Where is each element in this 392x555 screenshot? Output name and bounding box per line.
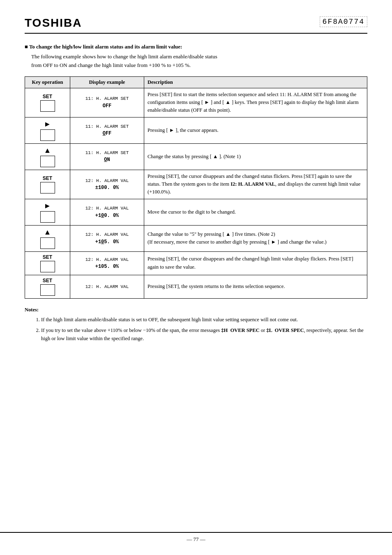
display-example-cell: 11: H. ALARM SETON (70, 143, 144, 170)
header-description: Description (144, 76, 367, 88)
display-example-cell: 11: H. ALARM SETOFF (70, 88, 144, 117)
description-cell: Change the status by pressing [ ▲ ]. (No… (144, 143, 367, 170)
intro-section: To change the high/low limit alarm statu… (25, 44, 367, 70)
display-box: 12: H. ALARM VAL (74, 283, 141, 290)
display-line2: ON (74, 156, 141, 164)
description-cell: Pressing [SET], the system returns to th… (144, 275, 367, 298)
table-row: SET12: H. ALARM VAL+105. 0%Pressing [SET… (25, 251, 367, 275)
page-header: TOSHIBA 6F8A0774 (25, 16, 367, 34)
key-operation-cell: SET (25, 170, 70, 199)
table-row: ►12: H. ALARM VAL+100. 0%Move the cursor… (25, 199, 367, 225)
key-button: ► (28, 202, 67, 223)
instruction-table: Key operation Display example Descriptio… (25, 76, 367, 299)
key-operation-cell: SET (25, 88, 70, 117)
table-row: SET11: H. ALARM SETOFFPress [SET] first … (25, 88, 367, 117)
key-label: ▲ (44, 228, 51, 237)
display-box: 11: H. ALARM SETOFF (74, 95, 141, 110)
display-line1: 11: H. ALARM SET (74, 150, 141, 157)
key-box (40, 129, 55, 141)
key-box (40, 156, 55, 167)
note-item-1: If the high limit alarm enable/disable s… (41, 315, 367, 324)
document-number: 6F8A0774 (320, 16, 367, 27)
display-line2: ±100. 0% (74, 184, 141, 191)
intro-title: To change the high/low limit alarm statu… (25, 44, 367, 50)
display-line1: 12: H. ALARM VAL (74, 205, 141, 212)
display-box: 12: H. ALARM VAL+105. 0% (74, 256, 141, 271)
key-operation-cell: ▲ (25, 143, 70, 170)
intro-body: The following example shows how to chang… (31, 53, 367, 70)
key-button: ▲ (28, 146, 67, 167)
note-item-2: If you try to set the value above +110% … (41, 326, 367, 343)
description-cell: Pressing [ ► ], the cursor appears. (144, 117, 367, 143)
page-number: — 77 — (187, 536, 205, 542)
key-box (40, 237, 55, 249)
display-line1: 11: H. ALARM SET (74, 95, 141, 102)
description-cell: Press [SET] first to start the items sel… (144, 88, 367, 117)
display-example-cell: 12: H. ALARM VAL±100. 0% (70, 170, 144, 199)
key-button: SET (28, 94, 67, 112)
display-example-cell: 12: H. ALARM VAL+105. 0% (70, 251, 144, 275)
display-example-cell: 12: H. ALARM VAL+100. 0% (70, 199, 144, 225)
description-cell: Change the value to "5" by pressing [ ▲ … (144, 225, 367, 251)
notes-list: If the high limit alarm enable/disable s… (41, 315, 367, 343)
key-button: ► (28, 120, 67, 141)
key-box (40, 100, 55, 112)
display-line1: 12: H. ALARM VAL (74, 256, 141, 263)
table-row: ►11: H. ALARM SETOFFPressing [ ► ], the … (25, 117, 367, 143)
display-example-cell: 11: H. ALARM SETOFF (70, 117, 144, 143)
key-operation-cell: ► (25, 199, 70, 225)
key-button: ▲ (28, 228, 67, 249)
header-key-operation: Key operation (25, 76, 70, 88)
notes-title: Notes: (25, 307, 367, 313)
display-example-cell: 12: H. ALARM VAL+105. 0% (70, 225, 144, 251)
company-logo: TOSHIBA (25, 16, 82, 30)
key-label: ▲ (44, 146, 51, 155)
display-box: 12: H. ALARM VAL±100. 0% (74, 177, 141, 192)
key-label: ► (44, 202, 51, 210)
header-display-example: Display example (70, 76, 144, 88)
key-label: SET (43, 94, 52, 99)
display-line2: +100. 0% (74, 212, 141, 219)
display-box: 11: H. ALARM SETOFF (74, 123, 141, 138)
display-box: 12: H. ALARM VAL+105. 0% (74, 231, 141, 246)
key-operation-cell: SET (25, 275, 70, 298)
display-line2: +105. 0% (74, 263, 141, 270)
page-footer: — 77 — (0, 532, 392, 543)
display-line1: 12: H. ALARM VAL (74, 231, 141, 238)
display-example-cell: 12: H. ALARM VAL (70, 275, 144, 298)
display-line2: OFF (74, 130, 141, 137)
display-box: 12: H. ALARM VAL+100. 0% (74, 205, 141, 219)
key-box (40, 261, 55, 272)
key-label: ► (44, 120, 51, 129)
key-box (40, 182, 55, 193)
table-row: SET12: H. ALARM VALPressing [SET], the s… (25, 275, 367, 298)
table-row: ▲12: H. ALARM VAL+105. 0%Change the valu… (25, 225, 367, 251)
display-line1: 11: H. ALARM SET (74, 123, 141, 130)
key-operation-cell: SET (25, 251, 70, 275)
key-label: SET (43, 175, 52, 181)
key-operation-cell: ▲ (25, 225, 70, 251)
key-button: SET (28, 175, 67, 193)
display-box: 11: H. ALARM SETON (74, 150, 141, 164)
display-line1: 12: H. ALARM VAL (74, 177, 141, 184)
key-label: SET (43, 254, 52, 260)
description-cell: Move the cursor to the digit to be chang… (144, 199, 367, 225)
key-box (40, 211, 55, 223)
description-cell: Pressing [SET], the cursor disappears an… (144, 251, 367, 275)
key-label: SET (43, 278, 52, 283)
display-line2: OFF (74, 102, 141, 110)
display-line1: 12: H. ALARM VAL (74, 283, 141, 290)
table-row: SET12: H. ALARM VAL±100. 0%Pressing [SET… (25, 170, 367, 199)
display-line2: +105. 0% (74, 238, 141, 246)
key-box (40, 284, 55, 296)
key-button: SET (28, 254, 67, 272)
key-button: SET (28, 278, 67, 296)
intro-line2: from OFF to ON and change the high limit… (31, 61, 367, 70)
intro-line1: The following example shows how to chang… (31, 53, 367, 61)
description-cell: Pressing [SET], the cursor disappears an… (144, 170, 367, 199)
key-operation-cell: ► (25, 117, 70, 143)
notes-section: Notes: If the high limit alarm enable/di… (25, 307, 367, 343)
table-row: ▲11: H. ALARM SETONChange the status by … (25, 143, 367, 170)
